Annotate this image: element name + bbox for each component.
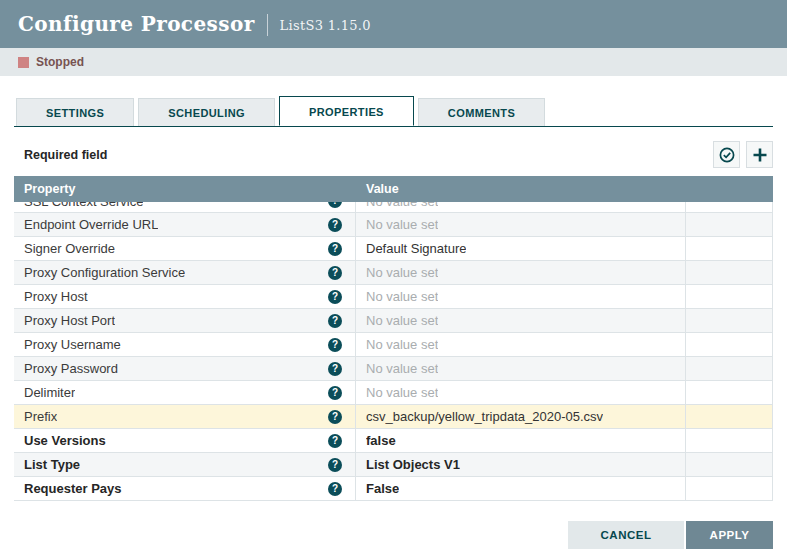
property-name: Prefix: [24, 409, 57, 424]
help-icon[interactable]: [328, 338, 342, 352]
table-row: Proxy Username No value set: [14, 333, 773, 357]
row-actions-cell: [686, 453, 773, 476]
property-value-cell[interactable]: No value set: [356, 333, 686, 356]
table-row: Proxy Host Port No value set: [14, 309, 773, 333]
stopped-icon: [18, 57, 29, 68]
help-icon[interactable]: [328, 266, 342, 280]
property-value-cell[interactable]: false: [356, 429, 686, 452]
property-value-cell[interactable]: No value set: [356, 381, 686, 404]
apply-button[interactable]: APPLY: [686, 521, 773, 549]
toolbar-buttons: [713, 141, 773, 168]
property-value-cell[interactable]: No value set: [356, 202, 686, 213]
row-actions-cell: [686, 202, 773, 213]
tab-comments[interactable]: COMMENTS: [418, 98, 545, 126]
property-name: Proxy Host Port: [24, 313, 115, 328]
property-value: No value set: [366, 385, 438, 400]
cancel-button[interactable]: CANCEL: [568, 521, 684, 549]
help-icon[interactable]: [328, 458, 342, 472]
property-name: Use Versions: [24, 433, 106, 448]
clipped-scrolled-row: SSL Context Service No value set: [14, 202, 773, 213]
help-icon[interactable]: [328, 434, 342, 448]
help-icon[interactable]: [328, 482, 342, 496]
dialog-footer: CANCEL APPLY: [0, 501, 787, 554]
property-name: List Type: [24, 457, 80, 472]
status-label: Stopped: [36, 55, 84, 69]
property-value-cell[interactable]: No value set: [356, 213, 686, 236]
table-body: Endpoint Override URL No value set Signe…: [14, 213, 773, 501]
table-header: Property Value: [14, 176, 773, 202]
tab-bar: SETTINGS SCHEDULING PROPERTIES COMMENTS: [14, 98, 773, 127]
property-value: False: [366, 481, 399, 496]
status-bar: Stopped: [0, 48, 787, 76]
dialog-content: SETTINGS SCHEDULING PROPERTIES COMMENTS …: [0, 76, 787, 501]
property-value: csv_backup/yellow_tripdata_2020-05.csv: [366, 409, 603, 424]
table-row: SSL Context Service No value set: [14, 202, 773, 213]
table-row: Proxy Password No value set: [14, 357, 773, 381]
help-icon[interactable]: [328, 314, 342, 328]
tab-properties[interactable]: PROPERTIES: [279, 96, 414, 126]
property-value-cell[interactable]: Default Signature: [356, 237, 686, 260]
property-value-cell[interactable]: List Objects V1: [356, 453, 686, 476]
property-value: No value set: [366, 289, 438, 304]
verify-properties-button[interactable]: [713, 141, 740, 168]
property-value: false: [366, 433, 396, 448]
property-name: SSL Context Service: [24, 202, 143, 209]
property-value-cell[interactable]: False: [356, 477, 686, 500]
help-icon[interactable]: [328, 410, 342, 424]
table-row: List Type List Objects V1: [14, 453, 773, 477]
row-actions-cell: [686, 477, 773, 500]
title-divider: [267, 14, 268, 36]
property-name: Proxy Configuration Service: [24, 265, 185, 280]
property-value-cell[interactable]: No value set: [356, 309, 686, 332]
help-icon[interactable]: [328, 362, 342, 376]
row-actions-cell: [686, 405, 773, 428]
property-value: No value set: [366, 361, 438, 376]
property-name: Proxy Host: [24, 289, 88, 304]
column-header-property: Property: [14, 182, 356, 196]
configure-processor-dialog: Configure Processor ListS3 1.15.0 Stoppe…: [0, 0, 787, 554]
table-row: Prefix csv_backup/yellow_tripdata_2020-0…: [14, 405, 773, 429]
help-icon[interactable]: [328, 202, 342, 208]
required-field-label: Required field: [14, 148, 107, 162]
property-name: Requester Pays: [24, 481, 122, 496]
row-actions-cell: [686, 429, 773, 452]
help-icon[interactable]: [328, 218, 342, 232]
processor-name-version: ListS3 1.15.0: [280, 18, 371, 33]
property-value-cell[interactable]: csv_backup/yellow_tripdata_2020-05.csv: [356, 405, 686, 428]
row-actions-cell: [686, 237, 773, 260]
property-name: Proxy Password: [24, 361, 118, 376]
property-value: Default Signature: [366, 241, 466, 256]
help-icon[interactable]: [328, 386, 342, 400]
properties-table: Property Value SSL Context Service No va…: [14, 176, 773, 501]
row-actions-cell: [686, 381, 773, 404]
tab-settings[interactable]: SETTINGS: [16, 98, 134, 126]
add-property-button[interactable]: [746, 141, 773, 168]
property-value: No value set: [366, 337, 438, 352]
property-value: List Objects V1: [366, 457, 460, 472]
help-icon[interactable]: [328, 242, 342, 256]
property-value: No value set: [366, 265, 438, 280]
circle-check-icon: [718, 146, 736, 164]
table-row: Signer Override Default Signature: [14, 237, 773, 261]
row-actions-cell: [686, 261, 773, 284]
property-name: Proxy Username: [24, 337, 121, 352]
column-header-value: Value: [356, 182, 686, 196]
row-actions-cell: [686, 213, 773, 236]
row-actions-cell: [686, 285, 773, 308]
table-row: Endpoint Override URL No value set: [14, 213, 773, 237]
table-row: Proxy Configuration Service No value set: [14, 261, 773, 285]
property-value: No value set: [366, 313, 438, 328]
property-name: Delimiter: [24, 385, 75, 400]
row-actions-cell: [686, 357, 773, 380]
table-row: Delimiter No value set: [14, 381, 773, 405]
help-icon[interactable]: [328, 290, 342, 304]
property-value: No value set: [366, 217, 438, 232]
property-value-cell[interactable]: No value set: [356, 357, 686, 380]
tab-scheduling[interactable]: SCHEDULING: [138, 98, 275, 126]
property-name: Endpoint Override URL: [24, 217, 158, 232]
row-actions-cell: [686, 309, 773, 332]
property-value-cell[interactable]: No value set: [356, 285, 686, 308]
property-value-cell[interactable]: No value set: [356, 261, 686, 284]
row-actions-cell: [686, 333, 773, 356]
properties-toolbar: Required field: [14, 141, 773, 168]
